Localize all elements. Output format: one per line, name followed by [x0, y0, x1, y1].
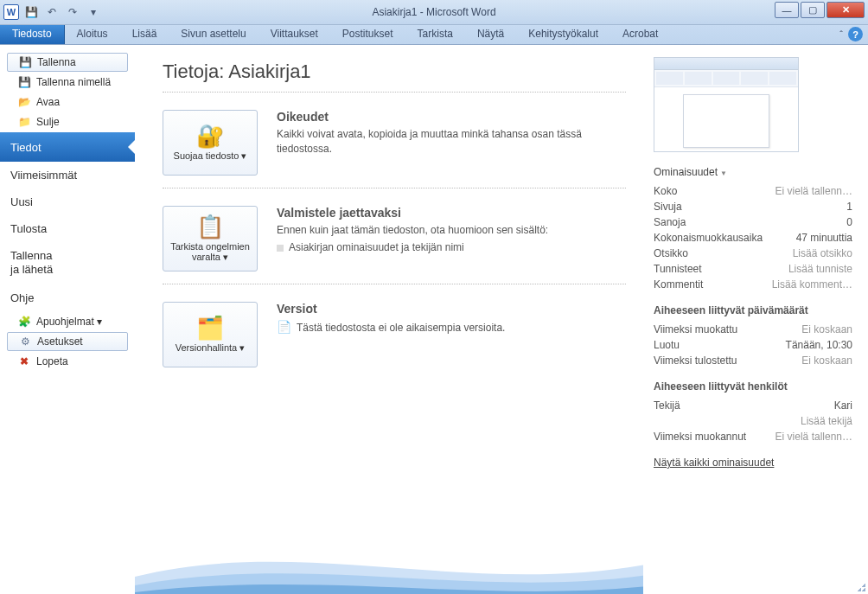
prop-comments-label: Kommentit — [654, 278, 703, 291]
minimize-button[interactable]: ― — [775, 2, 799, 18]
check-issues-button[interactable]: 📋 Tarkista ongelmien varalta ▾ — [163, 206, 258, 271]
related-people-head: Aiheeseen liittyvät henkilöt — [654, 380, 852, 393]
prop-printed-value: Ei koskaan — [801, 354, 852, 367]
resize-grip[interactable] — [855, 581, 865, 591]
qat-undo-icon[interactable]: ↶ — [43, 3, 61, 21]
prop-edittime-value: 47 minuuttia — [796, 232, 852, 244]
nav-info[interactable]: Tiedot — [0, 132, 135, 162]
qat-save-icon[interactable]: 💾 — [22, 3, 40, 21]
prop-pages-label: Sivuja — [654, 201, 682, 213]
lock-icon: 🔐 — [196, 125, 224, 147]
nav-open-label: Avaa — [36, 96, 60, 108]
prop-size-value: Ei vielä tallenn… — [775, 185, 852, 197]
manage-versions-button[interactable]: 🗂️ Versionhallinta ▾ — [163, 302, 258, 367]
prop-modified-value: Ei koskaan — [801, 323, 852, 335]
tab-view[interactable]: Näytä — [465, 25, 516, 44]
nav-info-label: Tiedot — [10, 141, 41, 154]
nav-save-label: Tallenna — [37, 56, 76, 68]
nav-recent[interactable]: Viimeisimmät — [0, 162, 135, 188]
show-all-properties-link[interactable]: Näytä kaikki ominaisuudet — [654, 457, 774, 469]
prop-comments-value[interactable]: Lisää komment… — [772, 278, 852, 291]
prop-author-value: Kari — [834, 399, 852, 412]
related-dates-head: Aiheeseen liittyvät päivämäärät — [654, 304, 852, 316]
versions-icon: 🗂️ — [196, 316, 224, 339]
titlebar: W 💾 ↶ ↷ ▾ Asiakirja1 - Microsoft Word ― … — [0, 0, 868, 25]
section-permissions: 🔐 Suojaa tiedosto ▾ Oikeudet Kaikki voiv… — [163, 93, 626, 188]
nav-save-as[interactable]: 💾 Tallenna nimellä — [7, 73, 128, 92]
nav-close[interactable]: 📁 Sulje — [7, 112, 128, 131]
tab-review[interactable]: Tarkista — [405, 25, 465, 44]
prepare-title: Valmistele jaettavaksi — [277, 206, 626, 220]
tab-file[interactable]: Tiedosto — [0, 25, 65, 44]
inspect-icon: 📋 — [196, 215, 224, 238]
versions-title: Versiot — [277, 302, 626, 316]
nav-addins-label: Apuohjelmat ▾ — [36, 316, 102, 328]
help-icon[interactable]: ? — [848, 27, 863, 42]
decorative-wave — [135, 525, 643, 594]
prop-created-label: Luotu — [654, 339, 680, 351]
nav-addins[interactable]: 🧩 Apuohjelmat ▾ — [7, 312, 128, 331]
nav-options[interactable]: ⚙ Asetukset — [7, 332, 128, 351]
tab-references[interactable]: Viittaukset — [258, 25, 330, 44]
properties-label: Ominaisuudet — [654, 166, 718, 178]
save-icon: 💾 — [18, 55, 32, 69]
protect-document-label: Suojaa tiedosto ▾ — [174, 150, 247, 162]
nav-save-send-label-a: Tallenna — [10, 249, 52, 262]
prop-title-value[interactable]: Lisää otsikko — [793, 247, 852, 259]
protect-document-button[interactable]: 🔐 Suojaa tiedosto ▾ — [163, 110, 258, 176]
nav-exit[interactable]: ✖ Lopeta — [7, 352, 128, 371]
nav-save-send[interactable]: Tallenna ja lähetä — [0, 242, 135, 284]
close-button[interactable]: ✕ — [827, 2, 865, 18]
tab-mailings[interactable]: Postitukset — [330, 25, 405, 44]
prop-tags-value[interactable]: Lisää tunniste — [788, 263, 852, 275]
section-versions: 🗂️ Versionhallinta ▾ Versiot 📄Tästä tied… — [163, 284, 626, 380]
addins-icon: 🧩 — [17, 315, 31, 329]
tab-home[interactable]: Aloitus — [65, 25, 120, 44]
page-title: Tietoja: Asiakirja1 — [163, 61, 626, 93]
prepare-bullet: Asiakirjan ominaisuudet ja tekijän nimi — [277, 241, 626, 253]
prop-author-label: Tekijä — [654, 399, 680, 412]
nav-new[interactable]: Uusi — [0, 188, 135, 215]
prop-printed-label: Viimeksi tulostettu — [654, 354, 737, 367]
properties-dropdown[interactable]: Ominaisuudet▼ — [654, 166, 852, 178]
maximize-button[interactable]: ▢ — [801, 2, 825, 18]
prop-modified-label: Viimeksi muokattu — [654, 323, 737, 335]
qat-redo-icon[interactable]: ↷ — [64, 3, 81, 21]
prop-lastmodby-value: Ei vielä tallenn… — [775, 431, 852, 443]
prop-words-value: 0 — [846, 216, 852, 228]
app-icon[interactable]: W — [3, 4, 19, 20]
folder-icon: 📁 — [17, 115, 31, 129]
nav-print[interactable]: Tulosta — [0, 215, 135, 242]
prop-words-label: Sanoja — [654, 216, 686, 228]
versions-desc: 📄Tästä tiedostosta ei ole aikaisempia ve… — [277, 319, 626, 336]
document-preview[interactable] — [654, 57, 799, 152]
ribbon-tabs: Tiedosto Aloitus Lisää Sivun asettelu Vi… — [0, 25, 868, 45]
version-item-icon: 📄 — [277, 320, 291, 334]
section-prepare: 📋 Tarkista ongelmien varalta ▾ Valmistel… — [163, 188, 626, 284]
prop-lastmodby-label: Viimeksi muokannut — [654, 431, 746, 443]
prepare-desc: Ennen kuin jaat tämän tiedoston, ota huo… — [277, 223, 626, 238]
nav-save-send-label-b: ja lähetä — [10, 263, 53, 276]
tab-insert[interactable]: Lisää — [120, 25, 169, 44]
nav-close-label: Sulje — [36, 116, 60, 128]
permissions-desc: Kaikki voivat avata, kopioida ja muuttaa… — [277, 127, 626, 156]
add-author-link[interactable]: Lisää tekijä — [801, 415, 852, 427]
prop-pages-value: 1 — [846, 201, 852, 213]
backstage-view: 💾 Tallenna 💾 Tallenna nimellä 📂 Avaa 📁 S… — [0, 45, 868, 594]
bullet-icon — [277, 245, 284, 252]
window-title: Asiakirja1 - Microsoft Word — [372, 6, 495, 18]
nav-open[interactable]: 📂 Avaa — [7, 93, 128, 112]
nav-save-as-label: Tallenna nimellä — [36, 76, 111, 88]
prepare-bullet-text: Asiakirjan ominaisuudet ja tekijän nimi — [289, 241, 464, 253]
gear-icon: ⚙ — [18, 335, 32, 348]
nav-help[interactable]: Ohje — [0, 284, 135, 311]
nav-exit-label: Lopeta — [36, 355, 68, 367]
tab-pagelayout[interactable]: Sivun asettelu — [169, 25, 258, 44]
tab-developer[interactable]: Kehitystyökalut — [516, 25, 610, 44]
prop-title-label: Otsikko — [654, 247, 688, 259]
nav-save[interactable]: 💾 Tallenna — [7, 53, 128, 72]
permissions-title: Oikeudet — [277, 110, 626, 124]
minimize-ribbon-icon[interactable]: ˆ — [839, 29, 843, 40]
qat-customize-icon[interactable]: ▾ — [85, 3, 102, 21]
tab-acrobat[interactable]: Acrobat — [610, 25, 670, 44]
